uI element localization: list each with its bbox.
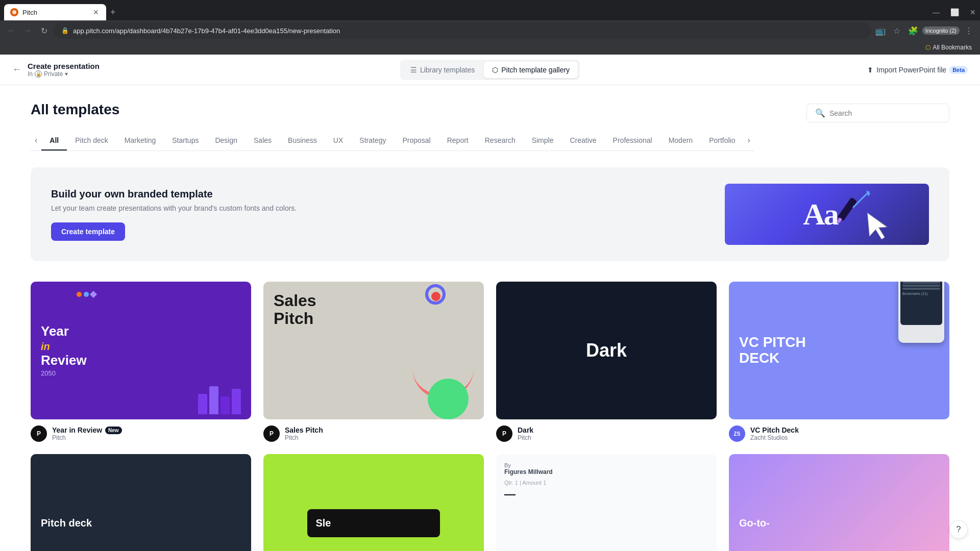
lock-icon: 🔒 [61, 27, 69, 34]
filter-tab-startups[interactable]: Startups [164, 131, 207, 151]
create-template-button[interactable]: Create template [51, 222, 125, 241]
filter-tab-strategy[interactable]: Strategy [351, 131, 394, 151]
browser-controls: ← → ↻ 🔒 app.pitch.com/app/dashboard/4b74… [0, 20, 980, 41]
header-title: Create presentation [28, 62, 100, 70]
templates-grid: Year in Review 2050 [31, 282, 949, 551]
template-info-dark: Dark Pitch [518, 426, 533, 441]
filter-tab-portfolio[interactable]: Portfolio [701, 131, 743, 151]
close-window-button[interactable]: ✕ [966, 5, 980, 19]
promo-text: Build your own branded template Let your… [51, 188, 297, 241]
vc-phone-screen: Bookmarks (21) [900, 282, 942, 325]
tab-library-templates[interactable]: ☰ Library templates [402, 62, 483, 78]
template-card-goto[interactable]: Go-to- P Go-to- Pitch [729, 454, 949, 551]
tab-bar: Pitch ✕ + — ⬜ ✕ [0, 0, 980, 20]
import-label: Import PowerPoint file [876, 66, 946, 74]
url-text: app.pitch.com/app/dashboard/4b74b27e-17b… [73, 27, 340, 35]
template-thumb-pitch-deck-bottom: Pitch deck [31, 454, 251, 551]
bookmark-icon: ⬡ [925, 44, 930, 51]
filter-tab-design[interactable]: Design [207, 131, 246, 151]
filter-tab-research[interactable]: Research [477, 131, 524, 151]
reload-button[interactable]: ↻ [37, 23, 51, 38]
template-card-sle[interactable]: Sle P Sle Pitch [263, 454, 484, 551]
sales-pitch-ring [425, 284, 446, 305]
filter-tab-modern[interactable]: Modern [660, 131, 701, 151]
template-card-pitch-deck-bottom[interactable]: Pitch deck P Pitch deck Pitch [31, 454, 251, 551]
tab-close-button[interactable]: ✕ [92, 8, 100, 16]
template-info-year-review: Year in Review New Pitch [52, 426, 122, 441]
tab-pitch-gallery[interactable]: ⬡ Pitch template gallery [484, 62, 578, 78]
filter-tab-ux[interactable]: UX [325, 131, 351, 151]
search-bar[interactable]: 🔍 [806, 104, 949, 122]
template-meta-dark: P Dark Pitch [496, 425, 717, 442]
promo-visual: Aa [725, 184, 929, 245]
filter-prev-button[interactable]: ‹ [31, 130, 41, 151]
address-bar[interactable]: 🔒 app.pitch.com/app/dashboard/4b74b27e-1… [53, 22, 871, 39]
sales-pitch-title: SalesPitch [274, 292, 316, 328]
data-report-content: By Figures Millward Qtr. 1 | Amount 1 — [504, 462, 553, 501]
filter-tab-professional[interactable]: Professional [605, 131, 660, 151]
search-icon: 🔍 [815, 108, 825, 118]
tab-title: Pitch [22, 9, 88, 16]
filter-tab-all[interactable]: All [41, 131, 67, 151]
template-avatar-pitch-dark: P [496, 425, 512, 442]
template-avatar-pitch: P [31, 425, 47, 442]
minimize-button[interactable]: — [929, 5, 943, 19]
promo-banner: Build your own branded template Let your… [31, 167, 949, 261]
back-nav-button[interactable]: ← [12, 64, 21, 75]
cast-button[interactable]: 📺 [873, 23, 888, 38]
template-name-vc-pitch: VC Pitch Deck [750, 426, 799, 434]
menu-button[interactable]: ⋮ [962, 23, 976, 38]
template-author-year-review: Pitch [52, 434, 122, 441]
template-name-sales-pitch: Sales Pitch [285, 426, 323, 434]
filter-tab-creative[interactable]: Creative [561, 131, 604, 151]
template-meta-vc-pitch: ZS VC Pitch Deck Zacht Studios [729, 425, 949, 442]
sle-text: Sle [315, 517, 431, 529]
window-controls: — ⬜ ✕ [929, 5, 980, 19]
back-button[interactable]: ← [4, 23, 18, 38]
app-header: ← Create presentation In 🔒 Private ▾ ☰ L… [0, 55, 980, 85]
template-thumb-year-review: Year in Review 2050 [31, 282, 251, 419]
bookmarks-item[interactable]: ⬡ All Bookmarks [921, 43, 976, 52]
filter-tab-pitch-deck[interactable]: Pitch deck [67, 131, 116, 151]
template-name-dark: Dark [518, 426, 533, 434]
import-powerpoint-button[interactable]: ⬆ Import PowerPoint file Beta [867, 66, 968, 74]
browser-actions: 📺 ☆ 🧩 Incognito (2) ⋮ [873, 23, 976, 38]
template-card-vc-pitch[interactable]: VC PITCHDECK Bookmarks (21) ZS VC Pitch … [729, 282, 949, 442]
extension-puzzle-button[interactable]: 🧩 [906, 23, 920, 38]
vc-pitch-title: VC PITCHDECK [739, 335, 806, 366]
library-icon: ☰ [410, 66, 417, 74]
filter-next-button[interactable]: › [743, 130, 754, 151]
incognito-badge: Incognito (2) [922, 27, 960, 35]
active-browser-tab[interactable]: Pitch ✕ [4, 4, 106, 20]
maximize-button[interactable]: ⬜ [947, 5, 962, 19]
template-card-year-review[interactable]: Year in Review 2050 [31, 282, 251, 442]
dark-template-title: Dark [586, 340, 627, 361]
template-card-dark[interactable]: Dark P Dark Pitch [496, 282, 717, 442]
filter-tab-proposal[interactable]: Proposal [394, 131, 438, 151]
new-tab-button[interactable]: + [106, 7, 120, 18]
pitch-deck-bottom-title: Pitch deck [41, 517, 92, 529]
year-review-bars [198, 386, 241, 414]
bookmark-star-button[interactable]: ☆ [890, 23, 904, 38]
template-thumb-sle: Sle [263, 454, 484, 551]
filter-tab-report[interactable]: Report [439, 131, 477, 151]
help-button[interactable]: ? [949, 520, 968, 539]
app-container: ← Create presentation In 🔒 Private ▾ ☰ L… [0, 55, 980, 551]
filter-tab-sales[interactable]: Sales [246, 131, 280, 151]
sales-pitch-shape [428, 379, 469, 419]
template-card-sales-pitch[interactable]: SalesPitch P Sales Pitch Pitch [263, 282, 484, 442]
template-card-data[interactable]: By Figures Millward Qtr. 1 | Amount 1 — … [496, 454, 717, 551]
filter-tab-simple[interactable]: Simple [524, 131, 562, 151]
template-info-vc-pitch: VC Pitch Deck Zacht Studios [750, 426, 799, 441]
search-input[interactable] [829, 109, 941, 117]
filter-tab-marketing[interactable]: Marketing [116, 131, 164, 151]
forward-button[interactable]: → [20, 23, 35, 38]
header-subtitle[interactable]: In 🔒 Private ▾ [28, 70, 100, 78]
filter-tab-business[interactable]: Business [280, 131, 325, 151]
promo-3d-illustration: Aa [725, 184, 929, 245]
template-thumb-sales-pitch: SalesPitch [263, 282, 484, 419]
browser-chrome: Pitch ✕ + — ⬜ ✕ ← → ↻ 🔒 app.pitch.com/ap… [0, 0, 980, 55]
svg-point-0 [12, 10, 16, 14]
main-content: All templates 🔍 ‹ All Pitch deck Marketi… [0, 85, 980, 551]
svg-marker-1 [867, 211, 887, 240]
